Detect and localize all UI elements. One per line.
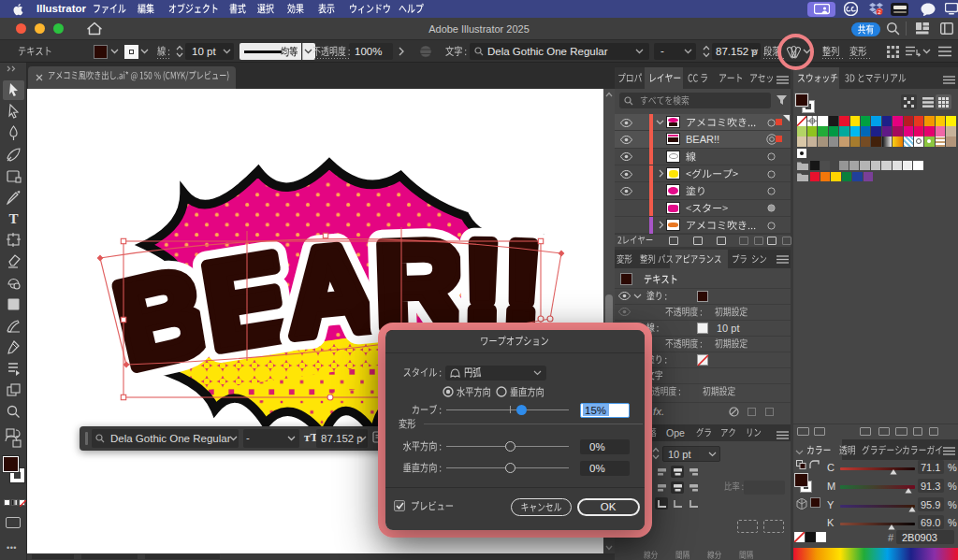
svg-text:T: T (8, 211, 18, 226)
